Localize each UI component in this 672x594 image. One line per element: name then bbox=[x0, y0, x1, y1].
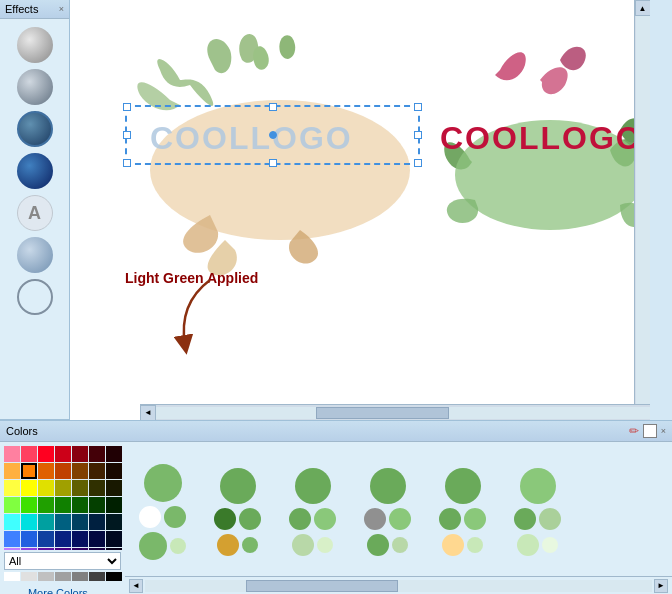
swatch-circle[interactable] bbox=[220, 468, 256, 504]
palette-cell-33[interactable] bbox=[89, 514, 105, 530]
swatch-circle[interactable] bbox=[542, 537, 558, 553]
swatch-circle[interactable] bbox=[170, 538, 186, 554]
swatch-circle[interactable] bbox=[467, 537, 483, 553]
palette-cell-14[interactable] bbox=[4, 480, 20, 496]
handle-tl[interactable] bbox=[123, 103, 131, 111]
all-dropdown[interactable]: All bbox=[4, 552, 121, 570]
scrollbar-right[interactable]: ▲ ▼ bbox=[634, 0, 650, 420]
palette-cell-3[interactable] bbox=[55, 446, 71, 462]
swatch-circle[interactable] bbox=[464, 508, 486, 530]
swatch-circle[interactable] bbox=[144, 464, 182, 502]
handle-mr[interactable] bbox=[414, 131, 422, 139]
bottom-scrollbar[interactable]: ◄ ► bbox=[125, 576, 672, 594]
palette-cell-12[interactable] bbox=[89, 463, 105, 479]
palette-cell-31[interactable] bbox=[55, 514, 71, 530]
pencil-icon[interactable]: ✏ bbox=[629, 424, 639, 438]
palette-cell-36[interactable] bbox=[21, 531, 37, 547]
swatch-circle[interactable] bbox=[539, 508, 561, 530]
palette-cell-1[interactable] bbox=[21, 446, 37, 462]
swatch-circle[interactable] bbox=[289, 508, 311, 530]
palette-cell-32[interactable] bbox=[72, 514, 88, 530]
swatch-circle[interactable] bbox=[314, 508, 336, 530]
handle-bl[interactable] bbox=[123, 159, 131, 167]
effect-style-5[interactable] bbox=[17, 237, 53, 273]
swatch-circle[interactable] bbox=[439, 508, 461, 530]
swatch-circle[interactable] bbox=[442, 534, 464, 556]
palette-cell-7[interactable] bbox=[4, 463, 20, 479]
effect-style-1[interactable] bbox=[17, 27, 53, 63]
swatch-circle[interactable] bbox=[367, 534, 389, 556]
palette-cell-24[interactable] bbox=[55, 497, 71, 513]
handle-br[interactable] bbox=[414, 159, 422, 167]
palette-cell-6[interactable] bbox=[106, 446, 122, 462]
swatch-circle[interactable] bbox=[520, 468, 556, 504]
color-square-icon[interactable] bbox=[643, 424, 657, 438]
scroll-track-horizontal[interactable] bbox=[156, 407, 650, 419]
palette-cell-20[interactable] bbox=[106, 480, 122, 496]
bottom-scroll-right[interactable]: ► bbox=[654, 579, 668, 593]
palette-cell-37[interactable] bbox=[38, 531, 54, 547]
scrollbar-horizontal[interactable]: ◄ ► bbox=[140, 404, 650, 420]
palette-cell-0[interactable] bbox=[4, 446, 20, 462]
palette-cell-5[interactable] bbox=[89, 446, 105, 462]
effect-style-6[interactable] bbox=[17, 279, 53, 315]
swatch-circle[interactable] bbox=[364, 508, 386, 530]
swatch-circle[interactable] bbox=[370, 468, 406, 504]
palette-cell-26[interactable] bbox=[89, 497, 105, 513]
palette-cell-38[interactable] bbox=[55, 531, 71, 547]
scroll-up-button[interactable]: ▲ bbox=[635, 0, 651, 16]
palette-cell-25[interactable] bbox=[72, 497, 88, 513]
palette-cell-16[interactable] bbox=[38, 480, 54, 496]
canvas-content[interactable]: COOLLOGO COOLLOGO Light Green Applied bbox=[70, 0, 650, 420]
effect-style-2[interactable] bbox=[17, 69, 53, 105]
effect-letter-a[interactable]: A bbox=[17, 195, 53, 231]
palette-cell-29[interactable] bbox=[21, 514, 37, 530]
palette-cell-19[interactable] bbox=[89, 480, 105, 496]
palette-cell-9[interactable] bbox=[38, 463, 54, 479]
swatch-circle[interactable] bbox=[139, 532, 167, 560]
handle-tm[interactable] bbox=[269, 103, 277, 111]
swatch-circle[interactable] bbox=[295, 468, 331, 504]
swatch-circle[interactable] bbox=[292, 534, 314, 556]
bottom-scroll-left[interactable]: ◄ bbox=[129, 579, 143, 593]
palette-cell-22[interactable] bbox=[21, 497, 37, 513]
scroll-thumb-horizontal[interactable] bbox=[316, 407, 449, 419]
palette-cell-34[interactable] bbox=[106, 514, 122, 530]
scroll-track-right[interactable] bbox=[636, 16, 650, 404]
swatch-circle[interactable] bbox=[242, 537, 258, 553]
effect-style-3[interactable] bbox=[17, 111, 53, 147]
swatch-circle[interactable] bbox=[164, 506, 186, 528]
more-colors-button[interactable]: More Colors... bbox=[4, 587, 121, 594]
palette-cell-27[interactable] bbox=[106, 497, 122, 513]
swatch-circle[interactable] bbox=[392, 537, 408, 553]
swatch-circle[interactable] bbox=[217, 534, 239, 556]
palette-cell-4[interactable] bbox=[72, 446, 88, 462]
swatch-circle[interactable] bbox=[239, 508, 261, 530]
swatch-circle[interactable] bbox=[139, 506, 161, 528]
swatch-circle[interactable] bbox=[389, 508, 411, 530]
palette-cell-23[interactable] bbox=[38, 497, 54, 513]
handle-tr[interactable] bbox=[414, 103, 422, 111]
bottom-scroll-track[interactable] bbox=[145, 580, 652, 592]
palette-cell-8[interactable] bbox=[21, 463, 37, 479]
palette-cell-39[interactable] bbox=[72, 531, 88, 547]
colors-pin[interactable]: × bbox=[661, 426, 666, 436]
palette-cell-21[interactable] bbox=[4, 497, 20, 513]
palette-cell-40[interactable] bbox=[89, 531, 105, 547]
palette-cell-17[interactable] bbox=[55, 480, 71, 496]
palette-cell-11[interactable] bbox=[72, 463, 88, 479]
swatch-circle[interactable] bbox=[317, 537, 333, 553]
bottom-scroll-thumb[interactable] bbox=[246, 580, 398, 592]
handle-bm[interactable] bbox=[269, 159, 277, 167]
handle-ml[interactable] bbox=[123, 131, 131, 139]
palette-cell-18[interactable] bbox=[72, 480, 88, 496]
palette-cell-35[interactable] bbox=[4, 531, 20, 547]
swatch-circle[interactable] bbox=[517, 534, 539, 556]
palette-cell-28[interactable] bbox=[4, 514, 20, 530]
palette-cell-13[interactable] bbox=[106, 463, 122, 479]
palette-cell-30[interactable] bbox=[38, 514, 54, 530]
swatch-circle[interactable] bbox=[445, 468, 481, 504]
swatch-circle[interactable] bbox=[214, 508, 236, 530]
palette-cell-10[interactable] bbox=[55, 463, 71, 479]
scroll-left-button[interactable]: ◄ bbox=[140, 405, 156, 421]
